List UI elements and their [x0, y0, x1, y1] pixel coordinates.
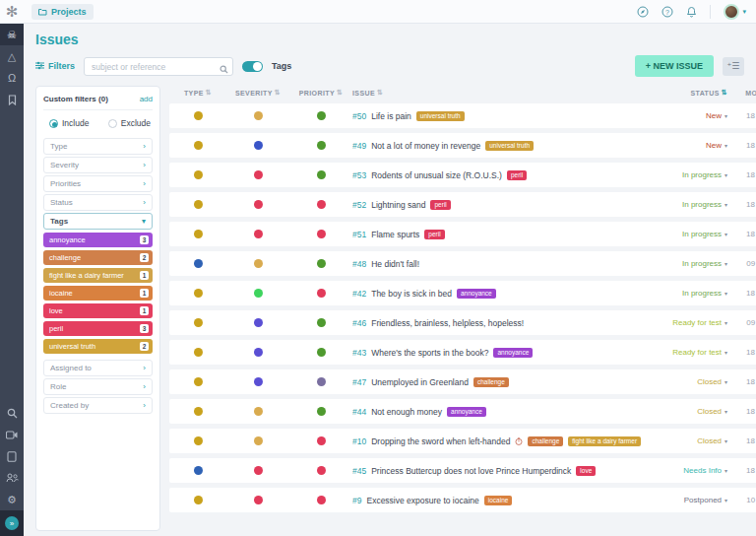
add-filter-link[interactable]: add	[140, 95, 153, 103]
filter-tag-challenge[interactable]: challenge2	[43, 250, 153, 265]
filter-section-severity[interactable]: Severity›	[43, 157, 153, 173]
filter-sections-top: Type›Severity›Priorities›Status›	[43, 138, 153, 211]
status-label: Needs Info	[683, 466, 722, 475]
priority-cell	[289, 141, 352, 150]
status-dropdown[interactable]: Closed▾	[641, 436, 727, 445]
gear-icon[interactable]: ⚙	[0, 489, 24, 510]
issue-id-link[interactable]: #9	[352, 496, 361, 505]
issue-id-link[interactable]: #50	[352, 111, 366, 121]
exclude-radio[interactable]: Exclude	[108, 118, 151, 128]
issue-id-link[interactable]: #42	[352, 289, 366, 299]
issue-id-link[interactable]: #47	[352, 377, 366, 387]
issue-id-link[interactable]: #45	[352, 466, 366, 476]
search-icon[interactable]	[0, 402, 24, 424]
filter-tag-peril[interactable]: peril3	[43, 321, 153, 336]
issue-id-link[interactable]: #46	[352, 318, 366, 328]
issue-id-link[interactable]: #49	[352, 141, 366, 151]
filter-section-priorities[interactable]: Priorities›	[43, 175, 153, 192]
type-dot	[194, 496, 203, 504]
filter-section-assigned-to[interactable]: Assigned to›	[43, 360, 153, 376]
filter-sections-bottom: Assigned to›Role›Created by›	[43, 360, 153, 414]
status-label: New	[706, 111, 722, 120]
filter-section-created-by[interactable]: Created by›	[43, 397, 153, 414]
search-input[interactable]	[84, 57, 233, 76]
bell-icon[interactable]	[686, 6, 697, 18]
status-dropdown[interactable]: Ready for test▾	[641, 318, 727, 327]
status-dropdown[interactable]: In progress▾	[641, 230, 727, 238]
pirate-project-icon[interactable]: ☠	[0, 24, 24, 45]
filter-section-tags[interactable]: Tags ▾	[43, 213, 153, 230]
filter-tag-universal-truth[interactable]: universal truth2	[43, 339, 153, 354]
status-dropdown[interactable]: Closed▾	[641, 407, 727, 416]
filter-tag-count: 2	[140, 253, 149, 262]
status-dropdown[interactable]: Closed▾	[641, 377, 727, 386]
column-header-severity[interactable]: SEVERITY⇅	[226, 89, 289, 97]
table-row: #47Unemployed in GreenlandchallengeClose…	[169, 369, 756, 394]
issue-id-link[interactable]: #52	[352, 200, 366, 210]
column-header-status[interactable]: STATUS⇅	[641, 89, 727, 97]
include-radio[interactable]: Include	[49, 118, 89, 128]
filter-section-role[interactable]: Role›	[43, 378, 153, 395]
filter-tag-fight-like-a-dairy-farmer[interactable]: fight like a dairy farmer1	[43, 268, 153, 283]
type-cell	[169, 170, 226, 179]
issue-title: Lightning sand	[371, 200, 425, 210]
status-dropdown[interactable]: In progress▾	[641, 170, 727, 179]
status-dropdown[interactable]: Needs Info▾	[641, 466, 727, 475]
priority-cell	[289, 289, 352, 298]
status-dropdown[interactable]: New▾	[641, 111, 727, 120]
issue-title: He didn't fall!	[371, 259, 419, 269]
tags-toggle[interactable]	[242, 61, 263, 72]
column-header-issue[interactable]: ISSUE⇅	[352, 89, 641, 97]
bookmark-icon[interactable]	[0, 89, 24, 110]
filters-button[interactable]: Filters	[35, 61, 75, 72]
app-logo[interactable]: ✻	[0, 0, 24, 24]
type-cell	[169, 496, 226, 504]
filter-section-status[interactable]: Status›	[43, 194, 153, 211]
severity-dot	[254, 111, 263, 120]
filter-tag-iocaine[interactable]: iocaine1	[43, 286, 153, 301]
modified-date: 18 Jan 2021	[727, 348, 756, 357]
compass-icon[interactable]	[637, 6, 649, 18]
new-issue-button[interactable]: + NEW ISSUE	[635, 55, 714, 77]
help-icon[interactable]: ?	[662, 6, 673, 18]
user-menu[interactable]: ▾	[724, 4, 746, 20]
status-dropdown[interactable]: In progress▾	[641, 289, 727, 298]
modified-date: 18 Jan 2021	[727, 200, 756, 209]
status-label: Closed	[697, 407, 722, 416]
issue-id-link[interactable]: #48	[352, 259, 366, 269]
tracker-icon[interactable]: △	[0, 45, 24, 67]
status-dropdown[interactable]: In progress▾	[641, 259, 727, 268]
people-icon[interactable]	[0, 467, 24, 489]
filter-tags-list: annoyance3challenge2fight like a dairy f…	[43, 233, 153, 354]
filter-tag-label: love	[49, 306, 63, 315]
search-wrap	[84, 56, 233, 77]
status-dropdown[interactable]: Ready for test▾	[641, 348, 727, 357]
video-icon[interactable]	[0, 424, 24, 445]
issue-id-link[interactable]: #44	[352, 407, 366, 417]
sidebar-collapse-button[interactable]: »	[5, 516, 19, 530]
status-dropdown[interactable]: In progress▾	[641, 200, 727, 209]
device-icon[interactable]	[0, 445, 24, 467]
column-settings-button[interactable]: ⁺☰	[723, 57, 744, 76]
filter-section-type[interactable]: Type›	[43, 138, 153, 155]
issue-id-link[interactable]: #43	[352, 348, 366, 358]
status-dropdown[interactable]: Postponed▾	[641, 496, 727, 504]
issue-id-link[interactable]: #10	[352, 436, 366, 446]
filter-tag-annoyance[interactable]: annoyance3	[43, 233, 153, 247]
horseshoe-icon[interactable]: Ω	[0, 67, 24, 89]
tags-toggle-label: Tags	[272, 61, 291, 71]
toggle-knob	[253, 62, 262, 71]
severity-dot	[254, 200, 263, 209]
column-header-type[interactable]: TYPE⇅	[169, 89, 226, 97]
column-header-modified[interactable]: MODIFIED⇅	[727, 89, 756, 97]
priority-dot	[317, 200, 326, 209]
status-dropdown[interactable]: New▾	[641, 141, 727, 150]
column-header-priority[interactable]: PRIORITY⇅	[289, 89, 352, 97]
severity-dot	[254, 348, 263, 357]
issue-id-link[interactable]: #53	[352, 170, 366, 180]
projects-button[interactable]: Projects	[32, 4, 94, 20]
filter-tag-love[interactable]: love1	[43, 303, 153, 318]
type-dot	[194, 436, 203, 445]
status-label: In progress	[682, 230, 722, 238]
issue-id-link[interactable]: #51	[352, 230, 366, 239]
